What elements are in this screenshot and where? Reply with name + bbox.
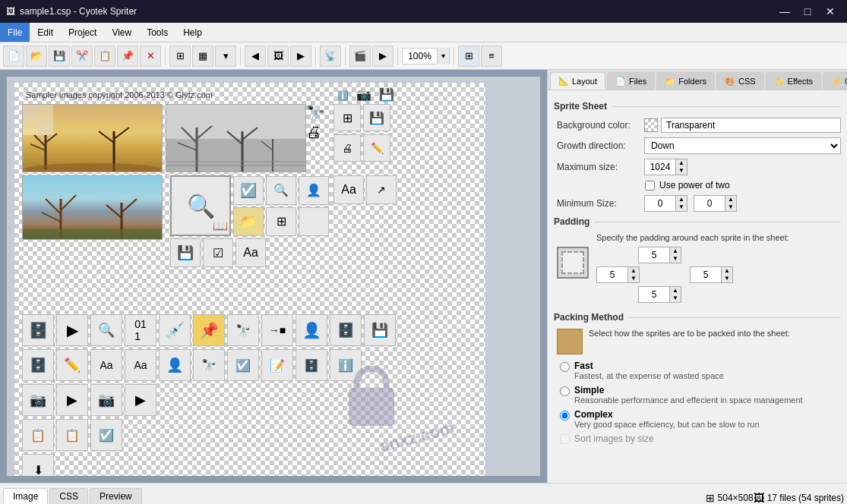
- min-y-up[interactable]: ▲: [725, 196, 736, 203]
- bottom-tab-image[interactable]: Image: [3, 488, 48, 504]
- icon-db-2: 🗄️: [330, 314, 362, 346]
- menu-edit[interactable]: Edit: [30, 23, 61, 42]
- toolbar-display2[interactable]: ≡: [481, 46, 502, 67]
- icon-floppy-2: 💾: [364, 314, 396, 346]
- power-of-two-checkbox[interactable]: [645, 181, 655, 191]
- canvas-camera-icon[interactable]: 📷: [356, 87, 371, 102]
- bottom-tab-preview[interactable]: Preview: [90, 488, 142, 504]
- radio-complex-label: Complex: [574, 409, 760, 420]
- padding-left-up[interactable]: ▲: [628, 267, 639, 275]
- menu-project[interactable]: Project: [61, 23, 104, 42]
- max-size-down[interactable]: ▼: [676, 167, 687, 175]
- radio-simple-input[interactable]: [560, 386, 570, 396]
- minimize-button[interactable]: —: [774, 4, 795, 19]
- icon-check-3: ☑️: [90, 419, 122, 451]
- toolbar-separator-4: [345, 47, 346, 65]
- max-size-input[interactable]: [645, 162, 675, 172]
- close-button[interactable]: ✕: [820, 4, 841, 19]
- svg-rect-34: [23, 229, 163, 240]
- toolbar-dropdown[interactable]: ▾: [215, 46, 236, 67]
- icon-aa-row2: Aa: [235, 238, 266, 267]
- tab-effects[interactable]: ✨ Effects: [766, 72, 821, 90]
- toolbar-paste[interactable]: 📌: [117, 46, 138, 67]
- toolbar-copy[interactable]: 📋: [94, 46, 115, 67]
- icon-person-2: 👤: [296, 314, 327, 346]
- canvas-save-icon[interactable]: 💾: [379, 87, 394, 102]
- padding-right-input[interactable]: [691, 269, 721, 280]
- radio-simple-labels: Simple Reasonable performance and effeci…: [574, 385, 803, 405]
- padding-top-input[interactable]: [639, 250, 669, 260]
- padding-bottom-input[interactable]: [639, 289, 669, 300]
- padding-top-down[interactable]: ▼: [670, 255, 681, 263]
- min-size-y-input[interactable]: [694, 198, 725, 209]
- growth-direction-select[interactable]: Down Right Both: [644, 137, 841, 154]
- app-title: sample1.csp - Cyotek Spriter: [20, 6, 137, 17]
- toolbar: 📄 📂 💾 ✂️ 📋 📌 ✕ ⊞ ▦ ▾ ◀ 🖼 ▶ 📡 🎬 ▶ ▾ ⊞ ≡: [0, 43, 847, 70]
- toolbar-view1[interactable]: ▦: [192, 46, 213, 67]
- tab-css[interactable]: 🎨 CSS: [716, 72, 764, 90]
- zoom-input[interactable]: [403, 51, 437, 61]
- radio-complex-input[interactable]: [560, 411, 570, 421]
- icon-empty-1: [299, 207, 329, 236]
- toolbar-save[interactable]: 💾: [49, 46, 70, 67]
- min-size-x-input[interactable]: [645, 198, 675, 209]
- toolbar-prev[interactable]: ◀: [245, 46, 266, 67]
- svg-rect-2: [23, 105, 38, 120]
- toolbar-next[interactable]: ▶: [290, 46, 311, 67]
- toolbar-grid[interactable]: ⊞: [169, 46, 191, 67]
- app-icon: 🖼: [6, 6, 15, 17]
- icon-number-1: 011: [125, 314, 156, 346]
- packing-section-title: Packing Method: [554, 312, 841, 323]
- svg-rect-3: [38, 120, 53, 135]
- toolbar-display1[interactable]: ⊞: [458, 46, 479, 67]
- toolbar-anim[interactable]: 🎬: [349, 46, 371, 67]
- tab-optimize[interactable]: ⚡ Optimize: [823, 72, 847, 90]
- toolbar-delete[interactable]: ✕: [140, 46, 161, 67]
- menu-view[interactable]: View: [104, 23, 139, 42]
- maximum-size-control: ▲ ▼: [644, 159, 841, 175]
- radio-complex-sublabel: Very good space efficiency, but can be s…: [574, 420, 760, 429]
- padding-bottom-down[interactable]: ▼: [670, 295, 681, 302]
- toolbar-anim2[interactable]: ▶: [372, 46, 393, 67]
- padding-left-input[interactable]: [597, 269, 627, 280]
- lock-watermark: [341, 361, 402, 432]
- padding-left-down[interactable]: ▼: [628, 275, 639, 282]
- menu-tools[interactable]: Tools: [139, 23, 175, 42]
- tab-layout[interactable]: 📐 Layout: [550, 72, 605, 90]
- icon-db-copy: 🗄️: [296, 349, 327, 381]
- tab-folders[interactable]: 📁 Folders: [656, 72, 715, 90]
- menu-help[interactable]: Help: [175, 23, 210, 42]
- min-x-down[interactable]: ▼: [676, 203, 687, 211]
- min-y-down[interactable]: ▼: [725, 203, 736, 211]
- radio-fast-input[interactable]: [560, 362, 570, 372]
- bottom-tab-css[interactable]: CSS: [49, 488, 88, 504]
- min-size-y-spinbox: ▲ ▼: [694, 195, 737, 212]
- toolbar-sprite[interactable]: 🖼: [267, 46, 289, 67]
- padding-right-up[interactable]: ▲: [722, 267, 732, 275]
- canvas-inner: Sampler images copyright 2006-2013 © Gly…: [6, 76, 541, 477]
- color-swatch[interactable]: [644, 118, 658, 132]
- zoom-dropdown[interactable]: ▾: [437, 48, 449, 65]
- tab-files[interactable]: 📄 Files: [607, 72, 655, 90]
- maximize-button[interactable]: □: [797, 4, 818, 19]
- grid-status-icon: ⊞: [706, 492, 715, 504]
- max-size-up[interactable]: ▲: [676, 159, 687, 167]
- icon-eyedropper-1: 💉: [159, 314, 191, 346]
- icon-person: 👤: [299, 176, 329, 205]
- toolbar-new[interactable]: 📄: [3, 46, 24, 67]
- sort-checkbox[interactable]: [560, 434, 570, 444]
- padding-values: Specify the padding around each sprite i…: [596, 233, 789, 306]
- padding-bottom-up[interactable]: ▲: [670, 287, 681, 295]
- padding-right-down[interactable]: ▼: [722, 275, 732, 282]
- padding-top-up[interactable]: ▲: [670, 247, 681, 255]
- layout-icon: 📐: [558, 76, 569, 86]
- titlebar-left: 🖼 sample1.csp - Cyotek Spriter: [6, 6, 137, 17]
- toolbar-open[interactable]: 📂: [26, 46, 47, 67]
- status-dimensions: ⊞ 504×508: [706, 492, 754, 504]
- icon-text-a: Aa: [333, 175, 364, 204]
- toolbar-cut[interactable]: ✂️: [71, 46, 93, 67]
- toolbar-rss[interactable]: 📡: [320, 46, 341, 67]
- menu-file[interactable]: File: [0, 23, 30, 42]
- min-x-up[interactable]: ▲: [676, 196, 687, 203]
- toolbar-separator-3: [315, 47, 316, 65]
